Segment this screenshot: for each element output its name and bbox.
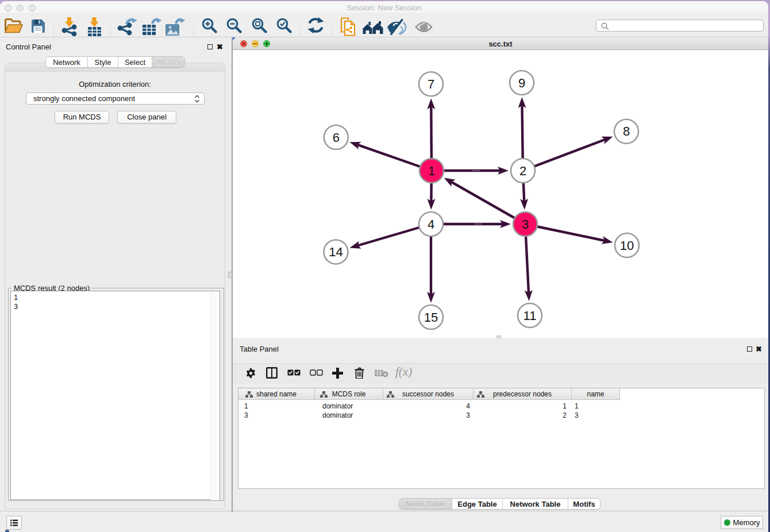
svg-text:11: 11 bbox=[523, 309, 537, 323]
svg-text:2: 2 bbox=[519, 164, 526, 178]
svg-text:4: 4 bbox=[428, 217, 434, 232]
svg-text:9: 9 bbox=[518, 76, 525, 90]
svg-text:3: 3 bbox=[522, 217, 529, 232]
svg-text:6: 6 bbox=[333, 130, 340, 145]
svg-text:14: 14 bbox=[329, 245, 342, 259]
svg-text:15: 15 bbox=[424, 310, 438, 325]
svg-text:7: 7 bbox=[428, 77, 434, 91]
svg-text:1: 1 bbox=[428, 164, 435, 178]
svg-text:10: 10 bbox=[620, 238, 634, 253]
svg-text:8: 8 bbox=[623, 124, 630, 138]
